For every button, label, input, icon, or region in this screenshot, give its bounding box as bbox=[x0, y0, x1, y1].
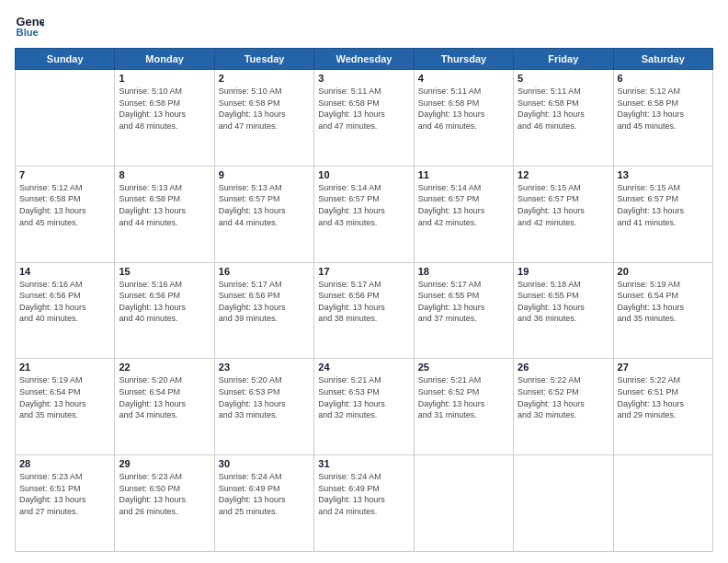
day-number: 11 bbox=[418, 169, 509, 180]
calendar-cell: 12Sunrise: 5:15 AM Sunset: 6:57 PM Dayli… bbox=[514, 166, 613, 262]
day-info: Sunrise: 5:10 AM Sunset: 6:58 PM Dayligh… bbox=[219, 86, 310, 132]
day-info: Sunrise: 5:23 AM Sunset: 6:50 PM Dayligh… bbox=[119, 471, 210, 517]
day-header-friday: Friday bbox=[514, 49, 613, 70]
day-number: 1 bbox=[119, 73, 210, 84]
day-number: 15 bbox=[119, 266, 210, 277]
day-number: 13 bbox=[618, 169, 709, 180]
day-number: 5 bbox=[518, 73, 609, 84]
calendar-cell: 20Sunrise: 5:19 AM Sunset: 6:54 PM Dayli… bbox=[613, 262, 712, 359]
day-number: 31 bbox=[318, 458, 409, 469]
day-number: 23 bbox=[219, 362, 310, 373]
day-header-tuesday: Tuesday bbox=[214, 49, 313, 70]
calendar-cell: 14Sunrise: 5:16 AM Sunset: 6:56 PM Dayli… bbox=[16, 262, 115, 359]
calendar-cell: 5Sunrise: 5:11 AM Sunset: 6:58 PM Daylig… bbox=[514, 70, 613, 167]
day-info: Sunrise: 5:10 AM Sunset: 6:58 PM Dayligh… bbox=[119, 86, 210, 132]
day-header-thursday: Thursday bbox=[414, 49, 513, 70]
calendar-cell bbox=[16, 70, 115, 167]
day-info: Sunrise: 5:22 AM Sunset: 6:52 PM Dayligh… bbox=[518, 374, 609, 420]
header: General Blue bbox=[15, 11, 713, 40]
day-header-monday: Monday bbox=[115, 49, 214, 70]
day-info: Sunrise: 5:19 AM Sunset: 6:54 PM Dayligh… bbox=[19, 374, 110, 420]
day-number: 3 bbox=[318, 73, 409, 84]
calendar-cell: 8Sunrise: 5:13 AM Sunset: 6:58 PM Daylig… bbox=[115, 166, 214, 262]
day-number: 27 bbox=[618, 362, 709, 373]
calendar-cell: 7Sunrise: 5:12 AM Sunset: 6:58 PM Daylig… bbox=[16, 166, 115, 262]
day-number: 6 bbox=[618, 73, 709, 84]
calendar-cell: 6Sunrise: 5:12 AM Sunset: 6:58 PM Daylig… bbox=[613, 70, 712, 167]
calendar-week-row: 14Sunrise: 5:16 AM Sunset: 6:56 PM Dayli… bbox=[16, 262, 713, 359]
day-number: 18 bbox=[418, 266, 509, 277]
calendar-cell: 31Sunrise: 5:24 AM Sunset: 6:49 PM Dayli… bbox=[314, 455, 414, 552]
calendar-cell: 23Sunrise: 5:20 AM Sunset: 6:53 PM Dayli… bbox=[214, 359, 313, 455]
calendar-cell: 19Sunrise: 5:18 AM Sunset: 6:55 PM Dayli… bbox=[514, 262, 613, 359]
day-info: Sunrise: 5:21 AM Sunset: 6:52 PM Dayligh… bbox=[418, 374, 509, 420]
svg-text:Blue: Blue bbox=[17, 27, 39, 38]
day-number: 17 bbox=[318, 266, 409, 277]
calendar-cell: 25Sunrise: 5:21 AM Sunset: 6:52 PM Dayli… bbox=[414, 359, 513, 455]
calendar-week-row: 28Sunrise: 5:23 AM Sunset: 6:51 PM Dayli… bbox=[16, 455, 713, 552]
day-number: 28 bbox=[19, 458, 110, 469]
calendar-cell: 27Sunrise: 5:22 AM Sunset: 6:51 PM Dayli… bbox=[613, 359, 712, 455]
calendar-table: SundayMondayTuesdayWednesdayThursdayFrid… bbox=[15, 48, 713, 552]
calendar-cell: 4Sunrise: 5:11 AM Sunset: 6:58 PM Daylig… bbox=[414, 70, 513, 167]
day-info: Sunrise: 5:14 AM Sunset: 6:57 PM Dayligh… bbox=[318, 182, 409, 228]
day-number: 12 bbox=[518, 169, 609, 180]
day-info: Sunrise: 5:22 AM Sunset: 6:51 PM Dayligh… bbox=[618, 374, 709, 420]
day-info: Sunrise: 5:17 AM Sunset: 6:56 PM Dayligh… bbox=[219, 279, 310, 325]
day-number: 29 bbox=[119, 458, 210, 469]
calendar-cell: 21Sunrise: 5:19 AM Sunset: 6:54 PM Dayli… bbox=[16, 359, 115, 455]
calendar-cell bbox=[514, 455, 613, 552]
day-info: Sunrise: 5:12 AM Sunset: 6:58 PM Dayligh… bbox=[618, 86, 709, 132]
calendar-cell: 9Sunrise: 5:13 AM Sunset: 6:57 PM Daylig… bbox=[214, 166, 313, 262]
day-number: 2 bbox=[219, 73, 310, 84]
day-header-wednesday: Wednesday bbox=[314, 49, 414, 70]
calendar-cell: 10Sunrise: 5:14 AM Sunset: 6:57 PM Dayli… bbox=[314, 166, 414, 262]
calendar-cell: 18Sunrise: 5:17 AM Sunset: 6:55 PM Dayli… bbox=[414, 262, 513, 359]
day-info: Sunrise: 5:21 AM Sunset: 6:53 PM Dayligh… bbox=[318, 374, 409, 420]
calendar-cell: 24Sunrise: 5:21 AM Sunset: 6:53 PM Dayli… bbox=[314, 359, 414, 455]
day-info: Sunrise: 5:16 AM Sunset: 6:56 PM Dayligh… bbox=[119, 279, 210, 325]
day-number: 8 bbox=[119, 169, 210, 180]
logo-icon: General Blue bbox=[15, 11, 44, 40]
calendar-cell: 3Sunrise: 5:11 AM Sunset: 6:58 PM Daylig… bbox=[314, 70, 414, 167]
calendar-cell: 16Sunrise: 5:17 AM Sunset: 6:56 PM Dayli… bbox=[214, 262, 313, 359]
calendar-cell: 26Sunrise: 5:22 AM Sunset: 6:52 PM Dayli… bbox=[514, 359, 613, 455]
day-info: Sunrise: 5:11 AM Sunset: 6:58 PM Dayligh… bbox=[518, 86, 609, 132]
day-info: Sunrise: 5:12 AM Sunset: 6:58 PM Dayligh… bbox=[19, 182, 110, 228]
day-info: Sunrise: 5:11 AM Sunset: 6:58 PM Dayligh… bbox=[318, 86, 409, 132]
calendar-week-row: 21Sunrise: 5:19 AM Sunset: 6:54 PM Dayli… bbox=[16, 359, 713, 455]
day-number: 9 bbox=[219, 169, 310, 180]
calendar-cell: 30Sunrise: 5:24 AM Sunset: 6:49 PM Dayli… bbox=[214, 455, 313, 552]
day-info: Sunrise: 5:24 AM Sunset: 6:49 PM Dayligh… bbox=[219, 471, 310, 517]
calendar-cell: 11Sunrise: 5:14 AM Sunset: 6:57 PM Dayli… bbox=[414, 166, 513, 262]
day-number: 19 bbox=[518, 266, 609, 277]
calendar-cell: 29Sunrise: 5:23 AM Sunset: 6:50 PM Dayli… bbox=[115, 455, 214, 552]
day-number: 30 bbox=[219, 458, 310, 469]
calendar-week-row: 7Sunrise: 5:12 AM Sunset: 6:58 PM Daylig… bbox=[16, 166, 713, 262]
calendar-cell: 28Sunrise: 5:23 AM Sunset: 6:51 PM Dayli… bbox=[16, 455, 115, 552]
day-info: Sunrise: 5:15 AM Sunset: 6:57 PM Dayligh… bbox=[518, 182, 609, 228]
day-info: Sunrise: 5:13 AM Sunset: 6:58 PM Dayligh… bbox=[119, 182, 210, 228]
day-info: Sunrise: 5:23 AM Sunset: 6:51 PM Dayligh… bbox=[19, 471, 110, 517]
day-number: 7 bbox=[19, 169, 110, 180]
day-number: 14 bbox=[19, 266, 110, 277]
calendar-header-row: SundayMondayTuesdayWednesdayThursdayFrid… bbox=[16, 49, 713, 70]
day-number: 24 bbox=[318, 362, 409, 373]
calendar-cell: 17Sunrise: 5:17 AM Sunset: 6:56 PM Dayli… bbox=[314, 262, 414, 359]
day-info: Sunrise: 5:14 AM Sunset: 6:57 PM Dayligh… bbox=[418, 182, 509, 228]
day-info: Sunrise: 5:18 AM Sunset: 6:55 PM Dayligh… bbox=[518, 279, 609, 325]
calendar-cell: 2Sunrise: 5:10 AM Sunset: 6:58 PM Daylig… bbox=[214, 70, 313, 167]
calendar-page: General Blue SundayMondayTuesdayWednesda… bbox=[0, 0, 728, 563]
day-number: 25 bbox=[418, 362, 509, 373]
calendar-cell bbox=[613, 455, 712, 552]
calendar-cell: 15Sunrise: 5:16 AM Sunset: 6:56 PM Dayli… bbox=[115, 262, 214, 359]
calendar-cell: 1Sunrise: 5:10 AM Sunset: 6:58 PM Daylig… bbox=[115, 70, 214, 167]
day-info: Sunrise: 5:24 AM Sunset: 6:49 PM Dayligh… bbox=[318, 471, 409, 517]
day-info: Sunrise: 5:20 AM Sunset: 6:53 PM Dayligh… bbox=[219, 374, 310, 420]
calendar-cell: 22Sunrise: 5:20 AM Sunset: 6:54 PM Dayli… bbox=[115, 359, 214, 455]
calendar-week-row: 1Sunrise: 5:10 AM Sunset: 6:58 PM Daylig… bbox=[16, 70, 713, 167]
day-number: 16 bbox=[219, 266, 310, 277]
day-info: Sunrise: 5:13 AM Sunset: 6:57 PM Dayligh… bbox=[219, 182, 310, 228]
calendar-cell bbox=[414, 455, 513, 552]
day-number: 10 bbox=[318, 169, 409, 180]
